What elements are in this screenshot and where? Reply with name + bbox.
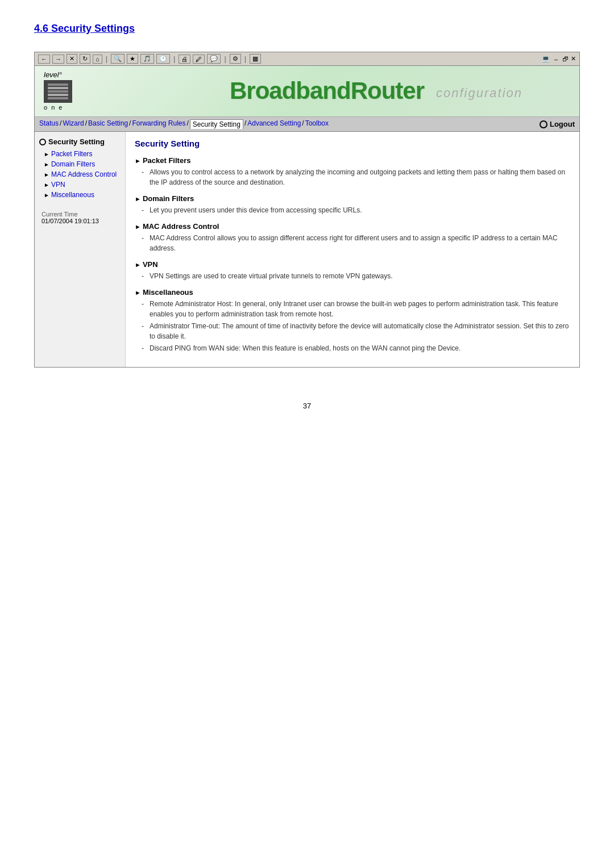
bullet-text: Discard PING from WAN side: When this fe… xyxy=(150,343,460,353)
sub-arrow-icon: ► xyxy=(135,261,141,268)
nav-links: Status / Wizard / Basic Setting / Forwar… xyxy=(39,119,329,129)
sub-section-title-text: Miscellaneous xyxy=(143,288,193,297)
current-time-value: 01/07/2004 19:01:13 xyxy=(39,218,121,224)
forward-button[interactable]: → xyxy=(52,55,64,64)
router-header: level° o n e BroadbandRouter configurati… xyxy=(35,66,579,117)
brand-one-text: o n e xyxy=(44,104,63,111)
current-time-label: Current Time xyxy=(39,211,121,218)
section-title: Security Setting xyxy=(135,139,570,148)
arrow-icon: ► xyxy=(44,192,49,198)
nav-forwarding-rules[interactable]: Forwarding Rules xyxy=(132,119,185,129)
bullet-text: Allows you to control access to a networ… xyxy=(150,167,570,187)
bullet-text: MAC Address Control allows you to assign… xyxy=(150,233,570,253)
bullet-text: Let you prevent users under this device … xyxy=(150,205,362,215)
sub-section-title-text: Packet Filters xyxy=(143,156,191,165)
arrow-icon: ► xyxy=(44,151,49,157)
toolbar-right: 💻 – 🗗 ✕ xyxy=(542,55,576,62)
favorites-button[interactable]: ★ xyxy=(127,54,138,64)
nav-security-setting[interactable]: Security Setting xyxy=(190,119,243,129)
sub-section-title-mac-address-control: ► MAC Address Control xyxy=(135,222,570,231)
sidebar-item-vpn[interactable]: ► VPN xyxy=(39,180,121,189)
edit-button[interactable]: 🖉 xyxy=(193,55,205,64)
bullet-item: - Allows you to control access to a netw… xyxy=(142,167,570,187)
nav-advanced-setting[interactable]: Advanced Setting xyxy=(247,119,301,129)
sidebar-item-mac-address-control[interactable]: ► MAC Address Control xyxy=(39,170,121,179)
page-number: 37 xyxy=(34,402,580,410)
sub-section-title-vpn: ► VPN xyxy=(135,260,570,269)
main-content: Security Setting ► Packet Filters ► Doma… xyxy=(35,132,579,367)
sub-section-body-domain-filters: - Let you prevent users under this devic… xyxy=(135,205,570,215)
sub-section-body-miscellaneous: - Remote Administrator Host: In general,… xyxy=(135,299,570,353)
bullet-item: - Let you prevent users under this devic… xyxy=(142,205,570,215)
view-button[interactable]: ▦ xyxy=(250,54,261,64)
sub-section-miscellaneous: ► Miscellaneous - Remote Administrator H… xyxy=(135,288,570,353)
sidebar: Security Setting ► Packet Filters ► Doma… xyxy=(35,132,126,367)
logout-area: Logout xyxy=(540,120,575,128)
svg-rect-1 xyxy=(48,87,68,89)
sidebar-title: Security Setting xyxy=(39,137,121,146)
brand-level-text: level° xyxy=(44,70,62,79)
sub-section-packet-filters: ► Packet Filters - Allows you to control… xyxy=(135,156,570,187)
sidebar-item-label: Domain Filters xyxy=(51,160,95,168)
bullet-item: - Remote Administrator Host: In general,… xyxy=(142,299,570,319)
sub-section-mac-address-control: ► MAC Address Control - MAC Address Cont… xyxy=(135,222,570,253)
sub-section-body-vpn: - VPN Settings are used to create virtua… xyxy=(135,271,570,281)
sub-section-title-miscellaneous: ► Miscellaneous xyxy=(135,288,570,297)
sidebar-title-text: Security Setting xyxy=(48,137,105,146)
nav-status[interactable]: Status xyxy=(39,119,59,129)
logout-label[interactable]: Logout xyxy=(550,120,575,128)
bullet-item: - MAC Address Control allows you to assi… xyxy=(142,233,570,253)
bullet-text: Remote Administrator Host: In general, o… xyxy=(150,299,570,319)
refresh-button[interactable]: ↻ xyxy=(80,54,90,64)
settings-button[interactable]: ⚙ xyxy=(230,54,241,64)
browser-toolbar: ← → ✕ ↻ ⌂ | 🔍 ★ 🎵 🕐 | 🖨 🖉 💬 | ⚙ | ▦ 💻 – … xyxy=(34,52,580,65)
arrow-icon: ► xyxy=(44,182,49,188)
page-heading: 4.6 Security Settings xyxy=(34,23,580,35)
discuss-button[interactable]: 💬 xyxy=(207,54,221,64)
content-panel: Security Setting ► Packet Filters - Allo… xyxy=(126,132,579,367)
sidebar-item-label: Miscellaneous xyxy=(51,191,94,199)
bullet-item: - Administrator Time-out: The amount of … xyxy=(142,321,570,341)
sidebar-item-label: Packet Filters xyxy=(51,150,93,158)
arrow-icon: ► xyxy=(44,161,49,168)
bullet-text: VPN Settings are used to create virtual … xyxy=(150,271,393,281)
config-text: configuration xyxy=(436,86,522,101)
sub-section-title-text: VPN xyxy=(143,260,158,269)
svg-rect-0 xyxy=(48,84,68,86)
history-button[interactable]: 🕐 xyxy=(156,54,170,64)
sub-section-title-text: MAC Address Control xyxy=(143,222,219,231)
nav-bar: Status / Wizard / Basic Setting / Forwar… xyxy=(35,117,579,132)
search-button[interactable]: 🔍 xyxy=(111,54,125,64)
brand-logo: level° o n e xyxy=(44,70,72,111)
svg-rect-2 xyxy=(48,90,68,93)
home-button[interactable]: ⌂ xyxy=(93,55,102,64)
sub-arrow-icon: ► xyxy=(135,223,141,230)
svg-rect-4 xyxy=(48,97,68,99)
stop-button[interactable]: ✕ xyxy=(67,54,77,64)
nav-toolbox[interactable]: Toolbox xyxy=(305,119,329,129)
sub-arrow-icon: ► xyxy=(135,195,141,202)
back-button[interactable]: ← xyxy=(38,55,50,64)
toolbar-left: ← → ✕ ↻ ⌂ | 🔍 ★ 🎵 🕐 | 🖨 🖉 💬 | ⚙ | ▦ xyxy=(38,54,261,64)
nav-basic-setting[interactable]: Basic Setting xyxy=(88,119,128,129)
sidebar-item-domain-filters[interactable]: ► Domain Filters xyxy=(39,160,121,169)
sub-section-title-text: Domain Filters xyxy=(143,194,194,203)
media-button[interactable]: 🎵 xyxy=(140,54,154,64)
sub-arrow-icon: ► xyxy=(135,157,141,164)
sidebar-circle-icon xyxy=(39,139,46,145)
sub-section-title-domain-filters: ► Domain Filters xyxy=(135,194,570,203)
nav-wizard[interactable]: Wizard xyxy=(63,119,84,129)
sub-section-body-mac-address-control: - MAC Address Control allows you to assi… xyxy=(135,233,570,253)
sub-section-body-packet-filters: - Allows you to control access to a netw… xyxy=(135,167,570,187)
sidebar-item-packet-filters[interactable]: ► Packet Filters xyxy=(39,149,121,158)
sub-section-title-packet-filters: ► Packet Filters xyxy=(135,156,570,165)
sub-section-vpn: ► VPN - VPN Settings are used to create … xyxy=(135,260,570,281)
sidebar-item-label: VPN xyxy=(51,181,65,189)
sidebar-item-miscellaneous[interactable]: ► Miscellaneous xyxy=(39,190,121,199)
sidebar-item-label: MAC Address Control xyxy=(51,170,117,178)
sub-arrow-icon: ► xyxy=(135,289,141,296)
arrow-icon: ► xyxy=(44,172,49,178)
bullet-item: - VPN Settings are used to create virtua… xyxy=(142,271,570,281)
router-window: level° o n e BroadbandRouter configurati… xyxy=(34,65,580,368)
print-button[interactable]: 🖨 xyxy=(179,55,190,64)
